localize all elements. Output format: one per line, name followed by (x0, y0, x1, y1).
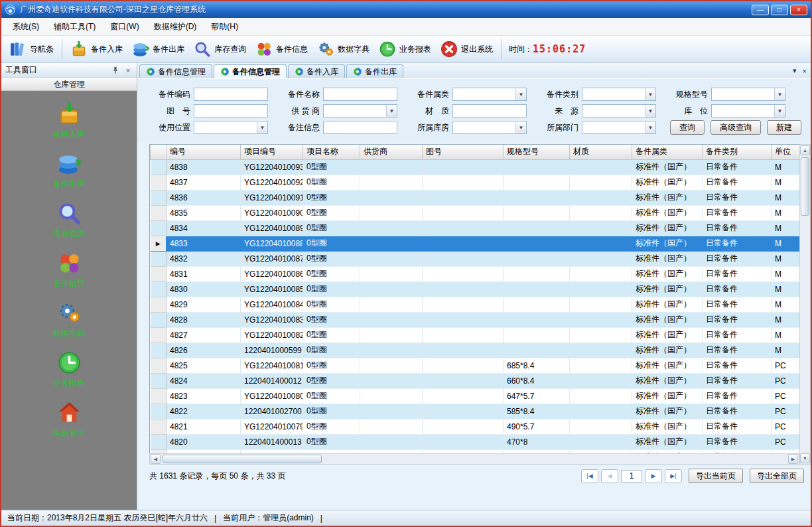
table-row[interactable]: 482412204014000120型圈660*8.4标准件（国产）日常备件PC (151, 373, 800, 388)
sidebar-item-business-report[interactable]: 业务报表 (53, 350, 85, 389)
table-row[interactable]: 4831YG122040100860型圈标准件（国产）日常备件M (151, 266, 800, 281)
supplier-select[interactable]: ▼ (323, 104, 397, 117)
scroll-down-icon[interactable]: ▼ (800, 453, 810, 463)
next-page-button[interactable]: ▶ (645, 469, 662, 483)
separator: | (214, 514, 216, 523)
sidebar-group-warehouse[interactable]: 仓库管理 (1, 78, 137, 91)
vertical-scroll-thumb[interactable] (801, 157, 809, 216)
column-header[interactable]: 单位 (772, 145, 800, 159)
table-row[interactable]: 4825YG122040100810型圈685*8.4标准件（国产）日常备件PC (151, 358, 800, 373)
sidebar-item-stock-query[interactable]: 库存查询 (53, 201, 85, 240)
column-header[interactable]: 备件类别 (703, 145, 772, 159)
source-select[interactable]: ▼ (582, 104, 656, 117)
first-page-button[interactable]: |◀ (581, 469, 598, 483)
parts-outbound-icon (57, 151, 82, 176)
toolbar-item-parts-inbound[interactable]: 备件入库 (66, 38, 127, 60)
warehouse-select[interactable]: ▼ (452, 121, 527, 134)
scroll-up-icon[interactable]: ▲ (800, 145, 810, 155)
drawing-no-input[interactable] (194, 104, 268, 117)
export-current-page-button[interactable]: 导出当前页 (689, 469, 743, 483)
table-row[interactable]: 4827YG122040100820型圈标准件（国产）日常备件M (151, 327, 800, 342)
table-row[interactable]: 4830YG122040100850型圈标准件（国产）日常备件M (151, 281, 800, 297)
usage-position-select[interactable]: ▼ (194, 121, 268, 134)
part-name-input[interactable] (323, 88, 397, 101)
page-number-input[interactable] (621, 470, 642, 483)
toolbar-item-business-report[interactable]: 业务报表 (374, 38, 436, 60)
tab-dropdown-icon[interactable]: ▾ (793, 66, 797, 75)
sidebar-item-parts-info[interactable]: 备件信息 (53, 251, 85, 289)
column-header[interactable]: 图号 (423, 145, 504, 159)
part-category-select[interactable]: ▼ (452, 88, 527, 101)
vertical-scrollbar[interactable]: ▲ ▼ (799, 144, 811, 465)
column-header[interactable]: 规格型号 (504, 145, 570, 159)
table-row[interactable]: 4832YG122040100870型圈标准件（国产）日常备件M (151, 251, 800, 266)
row-indicator (151, 358, 167, 373)
scroll-right-icon[interactable]: ▶ (788, 454, 798, 464)
toolbar-item-parts-outbound[interactable]: 备件出库 (127, 38, 189, 60)
table-row[interactable]: 4834YG122040100890型圈标准件（国产）日常备件M (151, 220, 800, 236)
scroll-left-icon[interactable]: ◀ (151, 454, 161, 464)
minimize-button[interactable]: — (752, 5, 769, 15)
department-select[interactable]: ▼ (582, 121, 656, 134)
location-select[interactable]: ▼ (711, 104, 785, 117)
title-bar[interactable]: 广州爱奇迪软件科技有限公司-深田之星仓库管理系统 — □ × (1, 1, 811, 18)
table-row[interactable]: 4835YG122040100900型圈标准件（国产）日常备件M (151, 205, 800, 220)
tab-1[interactable]: 备件信息管理 (214, 64, 287, 78)
business-report-icon (57, 350, 82, 375)
table-row[interactable]: 482612204010005990型圈标准件（国产）日常备件M (151, 342, 800, 358)
tab-0[interactable]: 备件信息管理 (139, 64, 212, 78)
tab-3[interactable]: 备件出库 (346, 64, 403, 78)
toolbar-item-parts-info[interactable]: 备件信息 (251, 38, 312, 60)
table-cell: 0型圈 (303, 297, 360, 312)
export-all-pages-button[interactable]: 导出全部页 (750, 469, 804, 483)
column-header[interactable]: 项目编号 (241, 145, 303, 159)
menu-item[interactable]: 帮助(H) (204, 18, 245, 36)
remark-input[interactable] (323, 121, 397, 134)
toolbar-item-exit[interactable]: 退出系统 (436, 38, 498, 60)
tab-2[interactable]: 备件入库 (288, 64, 345, 78)
table-row[interactable]: 4821YG122040100790型圈490*5.7标准件（国产）日常备件PC (151, 419, 800, 434)
query-button[interactable]: 查询 (670, 120, 705, 135)
last-page-button[interactable]: ▶| (665, 469, 682, 483)
sidebar-item-parts-outbound[interactable]: 备件出库 (53, 151, 85, 190)
column-header[interactable]: 编号 (167, 145, 241, 159)
table-row[interactable]: 4829YG122040100840型圈标准件（国产）日常备件M (151, 297, 800, 312)
sidebar-item-warehouse-mgmt[interactable]: 库房管理 (53, 400, 85, 439)
table-row[interactable]: 4828YG122040100830型圈标准件（国产）日常备件M (151, 312, 800, 327)
column-header[interactable]: 材质 (570, 145, 632, 159)
table-row[interactable]: 482012204014000130型圈470*8标准件（国产）日常备件PC (151, 434, 800, 449)
table-row[interactable]: 4837YG122040100920型圈标准件（国产）日常备件M (151, 175, 800, 190)
menu-item[interactable]: 窗口(W) (103, 18, 146, 36)
sidebar-item-parts-inbound[interactable]: 备件入库 (53, 102, 85, 140)
pin-icon[interactable] (111, 66, 120, 75)
tab-close-icon[interactable]: × (803, 67, 807, 75)
column-header[interactable]: 项目名称 (303, 145, 360, 159)
toolbar-item-data-dict[interactable]: 数据字典 (312, 38, 374, 60)
new-button[interactable]: 新建 (767, 120, 801, 135)
horizontal-scrollbar[interactable]: ◀ ▶ (149, 453, 799, 465)
sidebar-item-data-dict[interactable]: 数据字典 (53, 301, 85, 339)
table-row[interactable]: 4823YG122040100800型圈647*5.7标准件（国产）日常备件PC (151, 388, 800, 404)
part-type-select[interactable]: ▼ (582, 88, 656, 101)
toolbar-item-nav[interactable]: 导航条 (5, 38, 58, 60)
spec-model-select[interactable]: ▼ (711, 88, 785, 101)
table-row[interactable]: 4838YG122040100930型圈标准件（国产）日常备件M (151, 159, 800, 175)
column-header[interactable]: 备件属类 (632, 145, 703, 159)
material-input[interactable] (452, 104, 527, 117)
prev-page-button[interactable]: ◀ (601, 469, 618, 483)
close-button[interactable]: × (790, 5, 807, 15)
column-header[interactable]: 供货商 (360, 145, 423, 159)
menu-item[interactable]: 数据维护(D) (147, 18, 204, 36)
close-icon[interactable]: × (123, 66, 133, 75)
horizontal-scroll-thumb[interactable] (163, 455, 322, 463)
table-cell (360, 266, 423, 281)
table-row[interactable]: 482212204010027000型圈585*8.4标准件（国产）日常备件PC (151, 404, 800, 419)
menu-item[interactable]: 系统(S) (5, 18, 46, 36)
toolbar-item-stock-query[interactable]: 库存查询 (189, 38, 251, 60)
part-code-input[interactable] (194, 88, 268, 101)
advanced-query-button[interactable]: 高级查询 (710, 120, 761, 135)
maximize-button[interactable]: □ (771, 5, 788, 15)
table-row[interactable]: ▶4833YG122040100880型圈标准件（国产）日常备件M (151, 236, 800, 251)
table-row[interactable]: 4836YG122040100910型圈标准件（国产）日常备件M (151, 190, 800, 205)
menu-item[interactable]: 辅助工具(T) (46, 18, 103, 36)
